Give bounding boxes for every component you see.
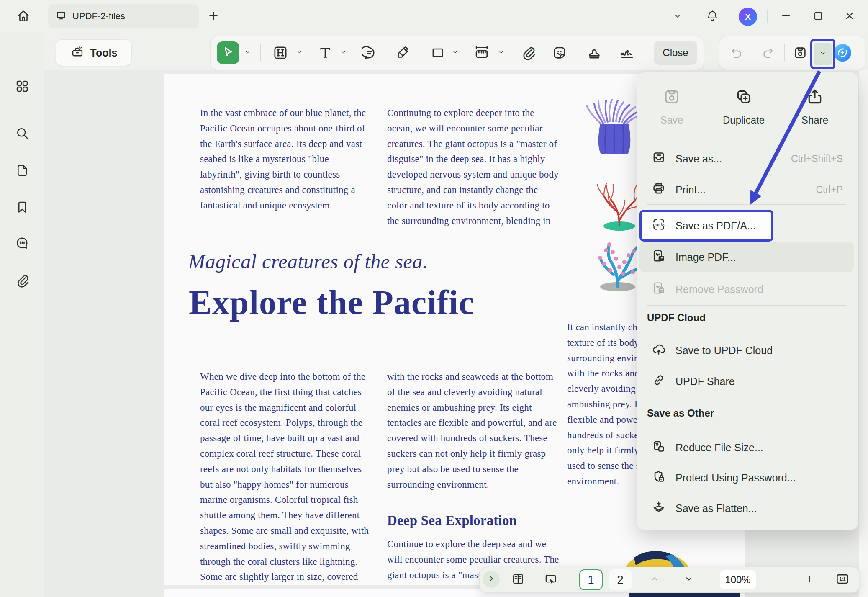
measure-tool-dropdown[interactable] [496, 47, 506, 58]
minimize-button[interactable] [778, 8, 794, 25]
menu-item-protect-password[interactable]: Protect Using Password... [639, 466, 854, 489]
paragraph-col3: It can instantly cha texture of its body… [567, 320, 646, 489]
redo-icon [761, 46, 775, 62]
comment-tool-button[interactable] [360, 44, 379, 63]
stamp-tool-button[interactable] [585, 44, 603, 63]
home-button[interactable] [12, 5, 35, 28]
sidebar-item-comments[interactable] [12, 234, 33, 255]
menu-item-save-as-flatten[interactable]: Save as Flatten... [639, 497, 854, 520]
notifications-button[interactable] [704, 8, 721, 25]
menu-quick-save[interactable]: Save [645, 87, 699, 126]
save-button[interactable] [791, 44, 809, 63]
plus-icon [804, 574, 815, 586]
save-as-label: Save as... [675, 153, 722, 165]
page-number-current[interactable]: 1 [579, 569, 603, 590]
updf-app-window: UPDF-2-files X [0, 0, 868, 597]
maximize-icon [812, 10, 824, 23]
avatar[interactable]: X [739, 8, 757, 26]
share-icon [806, 87, 824, 108]
image-pdf-label: Image PDF... [675, 251, 736, 263]
menu-divider [647, 394, 846, 394]
previous-page-button[interactable] [646, 573, 663, 587]
close-editor-button[interactable]: Close [654, 41, 697, 65]
quick-share-label: Share [801, 114, 828, 126]
shape-tool-dropdown[interactable] [449, 47, 460, 58]
close-window-button[interactable] [841, 8, 858, 25]
sidebar-item-grid[interactable] [12, 77, 33, 98]
quick-duplicate-label: Duplicate [723, 114, 765, 126]
new-tab-button[interactable] [206, 9, 221, 24]
page-number-next[interactable]: 2 [609, 569, 632, 590]
undo-button[interactable] [727, 44, 746, 63]
protect-password-label: Protect Using Password... [675, 472, 796, 484]
tools-button[interactable]: Tools [56, 39, 132, 66]
shield-lock-icon [651, 469, 666, 486]
menu-item-print[interactable]: Print... Ctrl+P [639, 178, 854, 201]
minus-icon [770, 574, 781, 586]
select-tool-button[interactable] [217, 41, 239, 64]
screencast-icon [544, 572, 558, 588]
window-dropdown-button[interactable] [670, 10, 686, 23]
svg-text:PDF/A: PDF/A [653, 223, 665, 227]
remove-password-label: Remove Password [675, 283, 763, 296]
grid-icon [15, 79, 30, 95]
presentation-button[interactable] [542, 572, 560, 588]
titlebar-divider [767, 10, 768, 23]
ruler-icon [473, 44, 490, 63]
menu-quick-share[interactable]: Share [788, 87, 842, 126]
menu-item-save-as-pdfa[interactable]: PDF/A Save as PDF/A... [639, 214, 854, 237]
sidebar-item-bookmarks[interactable] [12, 198, 33, 219]
left-sidebar [0, 33, 44, 597]
undo-icon [729, 46, 744, 62]
document-tab[interactable]: UPDF-2-files [48, 4, 199, 28]
zoom-in-button[interactable] [801, 573, 818, 587]
next-page-button[interactable] [681, 573, 697, 587]
chevron-down-icon [498, 49, 505, 57]
menu-item-save-as[interactable]: Save as... Ctrl+Shift+S [639, 147, 854, 170]
sidebar-item-search[interactable] [12, 124, 33, 144]
updf-ai-button[interactable] [833, 44, 852, 63]
zoom-out-button[interactable] [768, 573, 784, 587]
comment-bubble-icon [15, 236, 30, 252]
text-tool-dropdown[interactable] [338, 47, 349, 58]
close-label: Close [663, 47, 688, 59]
toolbar-divider [784, 44, 785, 61]
menu-item-reduce-file-size[interactable]: Reduce File Size... [639, 436, 854, 459]
menu-item-updf-share[interactable]: UPDF Share [639, 370, 854, 393]
select-tool-dropdown[interactable] [242, 47, 253, 58]
pen-tool-button[interactable] [393, 44, 412, 63]
expand-bar-button[interactable] [483, 571, 500, 588]
paragraph-col1-1: In the vast embrace of our blue planet, … [200, 106, 366, 214]
shape-tool-button[interactable] [429, 44, 447, 63]
save-to-cloud-label: Save to UPDF Cloud [675, 345, 773, 357]
save-icon [663, 87, 681, 108]
text-tool-button[interactable] [316, 44, 334, 63]
signature-tool-button[interactable] [616, 44, 640, 63]
minimize-icon [780, 10, 792, 23]
sidebar-item-pages[interactable] [12, 161, 33, 182]
fit-one-to-one-icon: 1:1 [835, 571, 850, 588]
menu-item-image-pdf[interactable]: Image PDF... [639, 242, 854, 272]
updf-ai-icon [833, 43, 852, 64]
heading-tool-button[interactable] [271, 44, 290, 63]
bell-icon [706, 9, 719, 24]
attach-tool-button[interactable] [519, 44, 537, 63]
document-scrollbar[interactable] [859, 70, 868, 597]
maximize-button[interactable] [810, 8, 827, 25]
heading-tool-dropdown[interactable] [294, 47, 305, 58]
menu-item-save-to-cloud[interactable]: Save to UPDF Cloud [639, 339, 854, 362]
heading-icon [272, 45, 288, 62]
redo-button[interactable] [759, 44, 777, 63]
cursor-icon [221, 45, 235, 60]
fit-page-button[interactable]: 1:1 [832, 572, 853, 588]
page-thumbnails-button[interactable] [509, 572, 527, 588]
sidebar-item-attachments[interactable] [12, 271, 33, 292]
measure-tool-button[interactable] [472, 44, 492, 63]
save-dropdown-menu: Save Duplicate Share Save as... Ctrl+Shi… [637, 72, 858, 530]
menu-quick-duplicate[interactable]: Duplicate [716, 87, 771, 126]
bottom-toolbar: 1 2 100% 1:1 [479, 567, 859, 593]
search-icon [15, 126, 30, 142]
zoom-level-button[interactable]: 100% [720, 570, 756, 589]
sticker-tool-button[interactable] [550, 44, 569, 63]
chevron-down-icon [296, 49, 303, 57]
